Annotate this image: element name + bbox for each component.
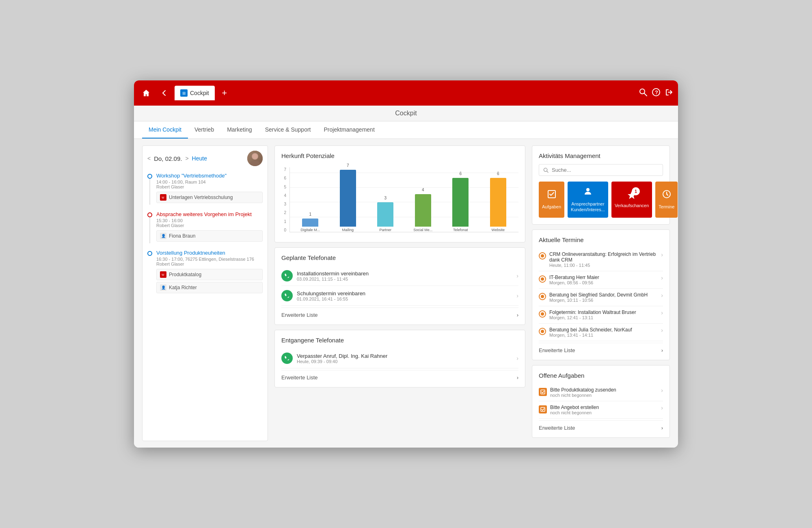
appt-item-2[interactable]: IT-Beratung Herr Maier Morgen, 08:56 - 0… bbox=[539, 271, 663, 289]
event-title-2[interactable]: Absprache weiteres Vorgehen im Projekt bbox=[156, 211, 263, 217]
entgangene-item-title-1: Verpasster Anruf, Dipl. Ing. Kai Rahner bbox=[297, 353, 516, 359]
svg-point-6 bbox=[253, 154, 257, 159]
bar-mailing: 7 Mailing bbox=[331, 163, 365, 232]
tab-mein-cockpit[interactable]: Mein Cockpit bbox=[142, 121, 188, 138]
avatar[interactable] bbox=[247, 151, 263, 166]
chart-bars: 1 Digitale M... 7 Mailing bbox=[289, 167, 518, 232]
entgangene-telefonate-card: Entgangene Telefonate Verpasster Anruf, … bbox=[274, 330, 525, 387]
aktivitaets-title: Aktivitäts Management bbox=[539, 152, 663, 159]
appt-chevron-4: › bbox=[661, 309, 663, 316]
home-button[interactable] bbox=[139, 86, 153, 100]
appt-content-1: CRM Onlineveranstaltung: Erfolgreich im … bbox=[549, 251, 658, 268]
chevron-icon-3: › bbox=[516, 355, 518, 361]
aufgaben-icon bbox=[547, 189, 557, 201]
date-prev-button[interactable]: < bbox=[147, 155, 151, 162]
tab-projektmanagement[interactable]: Projektmanagement bbox=[317, 121, 381, 138]
event-content-2: Absprache weiteres Vorgehen im Projekt 1… bbox=[156, 211, 263, 243]
termine-extended[interactable]: Erweiterte Liste › bbox=[539, 343, 663, 353]
appt-chevron-1: › bbox=[661, 251, 663, 258]
event-attachment-person2[interactable]: 👤 Katja Richter bbox=[156, 282, 263, 293]
appt-content-3: Beratung bei Siegfried Sandor, Devmit Gm… bbox=[549, 292, 658, 303]
geplante-item-1[interactable]: Installationstermin vereinbaren 03.09.20… bbox=[281, 266, 518, 286]
appt-sub-4: Morgen, 12:41 - 13:11 bbox=[549, 315, 658, 320]
bar-value-2: 7 bbox=[347, 163, 349, 168]
appt-item-3[interactable]: Beratung bei Siegfried Sandor, Devmit Gm… bbox=[539, 289, 663, 306]
appt-sub-3: Morgen, 10:11 - 10:56 bbox=[549, 298, 658, 303]
aktuelle-title: Aktuelle Termine bbox=[539, 236, 663, 243]
tab-service-support[interactable]: Service & Support bbox=[259, 121, 317, 138]
event-attachment-person[interactable]: 👤 Fiona Braun bbox=[156, 230, 263, 242]
event-content-1: Workshop "Vertriebsmethode" 14:00 - 16:0… bbox=[156, 173, 263, 205]
date-next-button[interactable]: > bbox=[185, 155, 188, 162]
phone-icon-3 bbox=[281, 353, 293, 364]
title-bar-left: ⊞ Cockpit + bbox=[139, 86, 636, 100]
aktivitaets-card: Aktivitäts Management bbox=[532, 145, 670, 225]
current-tab[interactable]: ⊞ Cockpit bbox=[175, 86, 215, 100]
tab-marketing[interactable]: Marketing bbox=[220, 121, 258, 138]
right-column: Aktivitäts Management bbox=[532, 145, 670, 441]
event-meta-2: 15:30 - 16:00 Robert Glaser bbox=[156, 218, 263, 228]
geplante-item-2[interactable]: Schulungstermin vereinbaren 01.09.2021, … bbox=[281, 286, 518, 306]
svg-point-5 bbox=[250, 160, 260, 166]
event-title-3[interactable]: Vorstellung Produktneuheiten bbox=[156, 250, 263, 256]
tile-verkaufschancen[interactable]: 1 Verkaufschancen bbox=[611, 182, 652, 218]
timeline-dot-1 bbox=[147, 174, 152, 179]
tab-label: Cockpit bbox=[190, 90, 209, 96]
task-sub-2: noch nicht begonnen bbox=[550, 410, 658, 415]
help-icon[interactable]: ? bbox=[652, 88, 660, 98]
task-item-2[interactable]: Bitte Angebot erstellen noch nicht begon… bbox=[539, 401, 663, 419]
search-icon bbox=[543, 167, 549, 173]
appt-item-1[interactable]: CRM Onlineveranstaltung: Erfolgreich im … bbox=[539, 248, 663, 271]
aktuelle-termine-card: Aktuelle Termine CRM Onlineveranstaltung… bbox=[532, 229, 670, 360]
verkauf-icon-wrapper: 1 bbox=[627, 190, 637, 200]
bar-value-3: 3 bbox=[384, 196, 387, 200]
tab-vertrieb[interactable]: Vertrieb bbox=[188, 121, 220, 138]
appt-item-4[interactable]: Folgetermin: Installation Waltraut Bruse… bbox=[539, 306, 663, 324]
appt-title-3: Beratung bei Siegfried Sandor, Devmit Gm… bbox=[549, 292, 658, 298]
phone-icon-2 bbox=[281, 290, 293, 301]
event-attachment-doc2[interactable]: W Produktkatalog bbox=[156, 269, 263, 280]
bar-value-5: 6 bbox=[459, 171, 462, 176]
date-navigation: < Do, 02.09. > Heute bbox=[147, 151, 263, 166]
task-chevron-2: › bbox=[661, 405, 663, 411]
task-icon-1 bbox=[539, 388, 547, 396]
event-title-1[interactable]: Workshop "Vertriebsmethode" bbox=[156, 173, 263, 179]
tile-verkaufschancen-label: Verkaufschancen bbox=[615, 203, 649, 208]
search-input[interactable] bbox=[552, 167, 659, 173]
appt-item-5[interactable]: Beratung bei Julia Schneider, NorKauf Mo… bbox=[539, 324, 663, 341]
new-tab-icon: + bbox=[222, 88, 227, 98]
bar-label-1: Digitale M... bbox=[300, 228, 320, 232]
task-sub-1: noch nicht begonnen bbox=[550, 393, 658, 398]
appt-chevron-5: › bbox=[661, 327, 663, 333]
left-column: < Do, 02.09. > Heute bbox=[142, 145, 268, 441]
tile-aufgaben[interactable]: Aufgaben bbox=[539, 182, 564, 218]
date-today-button[interactable]: Heute bbox=[192, 155, 207, 162]
page-title: Cockpit bbox=[395, 110, 417, 117]
tile-termine[interactable]: Termine bbox=[655, 182, 678, 218]
entgangene-extended[interactable]: Erweiterte Liste › bbox=[281, 370, 518, 381]
geplante-extended[interactable]: Erweiterte Liste › bbox=[281, 307, 518, 318]
appt-title-1: CRM Onlineveranstaltung: Erfolgreich im … bbox=[549, 251, 658, 263]
timeline: Workshop "Vertriebsmethode" 14:00 - 16:0… bbox=[147, 173, 263, 301]
svg-text:W: W bbox=[162, 196, 164, 199]
phone-icon-1 bbox=[281, 270, 293, 281]
bar-social: 4 Social Me... bbox=[406, 188, 441, 232]
svg-line-12 bbox=[547, 171, 548, 172]
appointments-list: CRM Onlineveranstaltung: Erfolgreich im … bbox=[539, 248, 663, 341]
event-content-3: Vorstellung Produktneuheiten 16:30 - 17:… bbox=[156, 250, 263, 295]
appt-dot-3 bbox=[539, 293, 546, 300]
search-icon[interactable] bbox=[639, 88, 647, 98]
new-tab-button[interactable]: + bbox=[218, 87, 231, 100]
aufgaben-extended[interactable]: Erweiterte Liste › bbox=[539, 420, 663, 431]
date-label: Do, 02.09. bbox=[154, 155, 182, 162]
appt-title-2: IT-Beratung Herr Maier bbox=[549, 275, 658, 280]
event-attachment-1[interactable]: W Unterlagen Vertriebsschulung bbox=[156, 192, 263, 203]
task-item-1[interactable]: Bitte Produktkatalog zusenden noch nicht… bbox=[539, 384, 663, 401]
logout-icon[interactable] bbox=[665, 88, 673, 98]
back-button[interactable] bbox=[157, 86, 171, 100]
svg-text:?: ? bbox=[655, 89, 658, 95]
task-content-1: Bitte Produktkatalog zusenden noch nicht… bbox=[550, 387, 658, 398]
entgangene-item-1[interactable]: Verpasster Anruf, Dipl. Ing. Kai Rahner … bbox=[281, 348, 518, 368]
tile-ansprechpartner[interactable]: Ansprechpartner Kunden/Interes... bbox=[568, 182, 608, 218]
appt-title-5: Beratung bei Julia Schneider, NorKauf bbox=[549, 327, 658, 333]
